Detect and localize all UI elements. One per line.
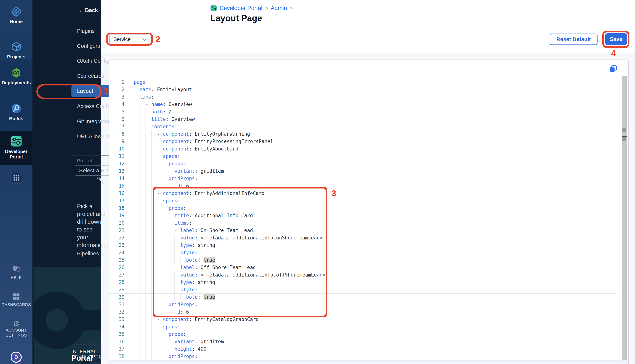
line-number: 7: [109, 123, 124, 130]
yaml-editor-card: 1page:2name: EntityLayout3tabs:4- name: …: [109, 59, 629, 364]
code-line-23[interactable]: 23type: string: [109, 242, 617, 249]
code-line-15[interactable]: 15md: 6: [109, 182, 617, 190]
line-number: 8: [109, 130, 124, 138]
line-number: 14: [109, 175, 124, 182]
nav-item-help[interactable]: ? HELP: [0, 266, 33, 280]
breadcrumb-link-admin[interactable]: Admin: [271, 5, 287, 12]
line-number: 31: [109, 301, 124, 308]
line-number: 2: [109, 86, 124, 93]
code-line-26[interactable]: 26- label: Off-Shore Team Lead: [109, 264, 617, 271]
code-line-5[interactable]: 5path: /: [109, 108, 617, 116]
admin-sidebar: ‹ Back Plugins Configurations OAuth Conf…: [33, 0, 101, 364]
code-line-22[interactable]: 22value: <+metadata.additionalInfo.onSho…: [109, 234, 617, 242]
nav-divider: [0, 60, 33, 60]
code-line-4[interactable]: 4- name: Overview: [109, 101, 617, 108]
code-line-35[interactable]: 35props:: [109, 330, 617, 338]
deployments-icon: [11, 68, 22, 78]
sidebar-item-scorecards[interactable]: Scorecards: [77, 73, 104, 79]
line-number: 27: [109, 271, 124, 278]
line-number: 13: [109, 167, 124, 175]
line-number: 12: [109, 160, 124, 167]
code-line-12[interactable]: 12props:: [109, 160, 617, 167]
editor-vertical-scrollbar[interactable]: [622, 76, 627, 364]
nav-item-dashboards[interactable]: DASHBOARDS: [0, 293, 33, 307]
reset-default-button[interactable]: Reset Default: [550, 34, 597, 45]
line-number: 18: [109, 204, 124, 212]
code-line-29[interactable]: 29style:: [109, 286, 617, 294]
code-line-17[interactable]: 17specs:: [109, 197, 617, 204]
nav-item-deployments[interactable]: Deployments: [0, 68, 33, 86]
breadcrumb-link-developer-portal[interactable]: Developer Portal: [220, 5, 262, 12]
save-button[interactable]: Save: [605, 33, 627, 45]
nav-item-builds[interactable]: Builds: [0, 103, 33, 122]
code-line-11[interactable]: 11specs:: [109, 152, 617, 160]
breadcrumb: Developer Portal > Admin >: [210, 5, 293, 12]
code-line-38[interactable]: 38gridProps:: [109, 353, 617, 360]
code-line-37[interactable]: 37height: 400: [109, 345, 617, 353]
code-line-9[interactable]: 9- component: EntityProcessingErrorsPane…: [109, 138, 617, 145]
code-line-28[interactable]: 28type: string: [109, 278, 617, 286]
nav-label: Projects: [0, 54, 33, 60]
layout-admin-page: Home Projects Deployments: [0, 0, 635, 364]
code-line-10[interactable]: 10- component: EntityAboutCard: [109, 145, 617, 152]
line-number: 17: [109, 197, 124, 204]
code-line-14[interactable]: 14gridProps:: [109, 175, 617, 182]
code-line-18[interactable]: 18props:: [109, 204, 617, 212]
code-line-8[interactable]: 8- component: EntityOrphanWarning: [109, 130, 617, 138]
code-line-33[interactable]: 33- component: EntityCatalogGraphCard: [109, 316, 617, 323]
chevron-left-icon: ‹: [79, 7, 81, 13]
nav-item-developer-portal[interactable]: Developer Portal: [0, 136, 33, 160]
sidebar-item-access-control[interactable]: Access Control: [77, 103, 113, 109]
builds-icon: [11, 103, 22, 114]
user-avatar[interactable]: D: [11, 352, 22, 363]
sidebar-item-url-allow-list[interactable]: URL Allow List: [77, 133, 112, 140]
line-number: 16: [109, 190, 124, 197]
grid-icon: [13, 174, 20, 181]
code-line-25[interactable]: 25bold: true: [109, 256, 617, 264]
gear-icon: ⚙: [13, 320, 20, 328]
nav-label: Developer Portal: [4, 149, 28, 160]
code-line-21[interactable]: 21- label: On-Shore Team Lead: [109, 227, 617, 234]
scrollbar-decoration: [622, 137, 626, 141]
entity-type-select[interactable]: Service: [109, 34, 149, 44]
nav-label: Builds: [0, 116, 33, 122]
line-number: 9: [109, 138, 124, 145]
code-line-34[interactable]: 34specs:: [109, 323, 617, 330]
code-line-1[interactable]: 1page:: [109, 78, 617, 86]
line-number: 19: [109, 212, 124, 219]
code-line-19[interactable]: 19title: Additional Info Card: [109, 212, 617, 219]
line-number: 30: [109, 294, 124, 300]
code-line-24[interactable]: 24style:: [109, 249, 617, 256]
code-line-3[interactable]: 3tabs:: [109, 93, 617, 101]
code-line-20[interactable]: 20items:: [109, 219, 617, 227]
code-line-7[interactable]: 7contents:: [109, 123, 617, 130]
code-line-32[interactable]: 32md: 6: [109, 308, 617, 316]
code-line-6[interactable]: 6title: Overview: [109, 116, 617, 123]
sidebar-item-plugins[interactable]: Plugins: [77, 28, 95, 34]
sidebar-item-label: Layout: [77, 88, 93, 94]
nav-item-account-settings[interactable]: ⚙ ACCOUNT SETTINGS: [0, 320, 33, 338]
module-switcher-button[interactable]: [11, 172, 22, 184]
line-number: 4: [109, 101, 124, 108]
line-number: 28: [109, 278, 124, 286]
code-line-27[interactable]: 27value: <+metadata.additionalInfo.offSh…: [109, 271, 617, 278]
back-button[interactable]: ‹ Back: [79, 7, 98, 13]
code-line-30[interactable]: 30bold: true: [109, 294, 617, 301]
editor-horizontal-scrollbar[interactable]: [109, 360, 629, 364]
nav-item-projects[interactable]: Projects: [0, 41, 33, 60]
code-line-36[interactable]: 36variant: gridItem: [109, 338, 617, 345]
breadcrumb-separator: >: [290, 5, 293, 11]
sidebar-item-git-integrations[interactable]: Git Integrations: [77, 118, 114, 124]
code-lines[interactable]: 1page:2name: EntityLayout3tabs:4- name: …: [109, 78, 617, 360]
sidebar-item-pipelines[interactable]: Pipelines: [77, 250, 99, 257]
code-line-2[interactable]: 2name: EntityLayout: [109, 86, 617, 93]
code-line-31[interactable]: 31gridProps:: [109, 301, 617, 308]
sidebar-footer-title: Portal: [71, 354, 92, 362]
line-number: 32: [109, 308, 124, 316]
code-line-16[interactable]: 16- component: EntityAdditionalInfoCard: [109, 190, 617, 197]
nav-item-home[interactable]: Home: [0, 6, 33, 24]
copy-icon[interactable]: [609, 65, 617, 73]
line-number: 22: [109, 234, 124, 242]
code-line-13[interactable]: 13variant: gridItem: [109, 167, 617, 175]
page-header: Developer Portal > Admin > Layout Page: [101, 0, 635, 53]
